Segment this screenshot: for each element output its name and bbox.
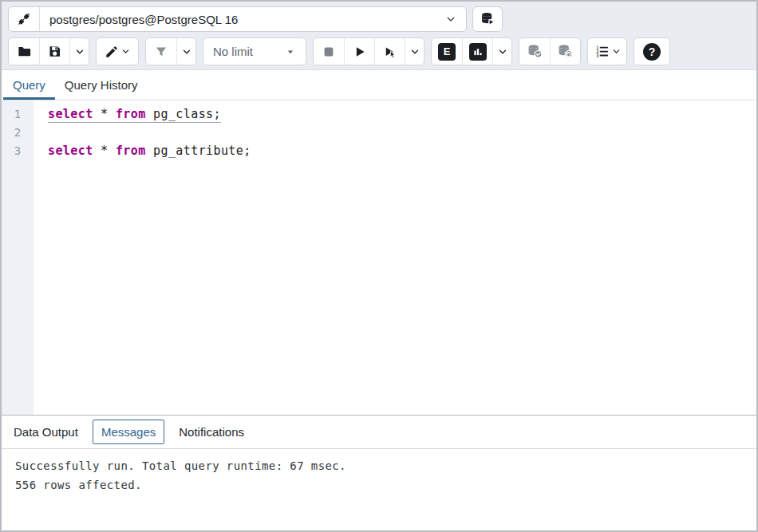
stop-icon <box>322 45 336 59</box>
connection-status-button[interactable] <box>9 7 40 31</box>
filter-button-group <box>145 37 196 65</box>
sql-text: pg_attribute; <box>146 144 251 158</box>
tab-query-label: Query <box>13 78 45 92</box>
plug-connected-icon <box>16 11 32 27</box>
macros-menu-button[interactable]: 1 2 3 <box>588 38 626 65</box>
sql-editor[interactable]: 123 select * from pg_class;select * from… <box>2 100 756 415</box>
filter-options-dropdown-button[interactable] <box>176 38 195 65</box>
editor-lines[interactable]: select * from pg_class;select * from pg_… <box>34 100 756 415</box>
database-rollback-icon <box>557 43 574 60</box>
save-options-dropdown-button[interactable] <box>69 38 89 65</box>
sql-text: pg_class; <box>146 107 221 121</box>
rollback-button[interactable] <box>550 38 580 65</box>
tab-query-history-label: Query History <box>65 78 138 92</box>
toolbar: No limit <box>2 32 756 69</box>
edit-menu-button[interactable] <box>97 38 138 65</box>
stop-button[interactable] <box>314 38 344 65</box>
message-line: 556 rows affected. <box>15 475 756 495</box>
execute-options-dropdown-button[interactable] <box>405 38 424 65</box>
line-number: 2 <box>2 124 34 142</box>
output-tabstrip: Data Output Messages Notifications <box>2 415 756 448</box>
tab-messages-label: Messages <box>101 425 156 439</box>
database-new-connection-icon <box>480 11 495 27</box>
play-icon <box>353 45 367 59</box>
svg-text:3: 3 <box>595 53 598 58</box>
chevron-down-icon <box>498 47 507 57</box>
database-commit-icon <box>527 43 543 60</box>
explain-e-icon: E <box>438 43 456 61</box>
save-floppy-icon <box>47 44 62 59</box>
caret-down-icon <box>285 46 296 57</box>
execute-button[interactable] <box>344 38 374 65</box>
open-file-button[interactable] <box>9 38 39 65</box>
help-button-group: ? <box>634 37 670 65</box>
messages-panel: Successfully run. Total query runtime: 6… <box>2 448 756 530</box>
filter-button[interactable] <box>146 38 176 65</box>
commit-button[interactable] <box>519 38 550 65</box>
explain-options-dropdown-button[interactable] <box>492 38 511 65</box>
save-button[interactable] <box>39 38 69 65</box>
chevron-down-icon <box>182 47 191 57</box>
play-with-cursor-icon <box>383 45 397 59</box>
chevron-down-icon <box>445 14 456 25</box>
numbered-list-icon: 1 2 3 <box>594 44 610 59</box>
sql-keyword: from <box>116 144 146 158</box>
explain-analyze-chart-icon <box>469 43 487 61</box>
editor-gutter: 123 <box>2 100 34 415</box>
edit-button-group <box>96 37 139 65</box>
new-connection-button[interactable] <box>472 6 503 32</box>
sql-keyword: select <box>48 107 93 121</box>
explain-button-group: E <box>431 37 512 65</box>
sql-text: * <box>93 144 116 158</box>
editor-tabstrip: Query Query History <box>2 69 756 100</box>
sql-keyword: select <box>48 144 93 158</box>
connection-select-value: postgres/postgres@PostgreSQL 16 <box>49 13 238 26</box>
help-question-icon: ? <box>643 43 661 61</box>
message-line: Successfully run. Total query runtime: 6… <box>15 456 756 475</box>
pencil-icon <box>105 45 119 59</box>
sql-text: * <box>93 107 116 121</box>
execute-button-group <box>313 37 424 65</box>
line-number: 1 <box>2 105 34 124</box>
folder-icon <box>17 44 32 59</box>
tab-data-output-label: Data Output <box>14 425 78 439</box>
filter-funnel-icon <box>154 45 168 59</box>
chevron-down-icon <box>612 47 621 56</box>
file-button-group <box>8 37 89 65</box>
chevron-down-icon <box>75 47 85 57</box>
row-limit-value: No limit <box>213 45 253 58</box>
connection-bar: postgres/postgres@PostgreSQL 16 <box>2 2 756 32</box>
sql-keyword: from <box>116 107 146 121</box>
code-line[interactable]: select * from pg_attribute; <box>48 142 756 160</box>
query-tool-window: postgres/postgres@PostgreSQL 16 <box>0 0 758 532</box>
tab-notifications[interactable]: Notifications <box>170 420 253 444</box>
explain-button[interactable]: E <box>432 38 462 65</box>
macro-button-group: 1 2 3 <box>587 37 627 65</box>
transaction-button-group <box>519 37 581 65</box>
help-button[interactable]: ? <box>634 38 669 65</box>
code-line[interactable]: select * from pg_class; <box>48 105 756 124</box>
chevron-down-icon <box>121 47 130 56</box>
connection-widget: postgres/postgres@PostgreSQL 16 <box>8 6 467 32</box>
executed-query-underline: select * from pg_class; <box>48 107 221 123</box>
line-number: 3 <box>2 142 34 160</box>
row-limit-select[interactable]: No limit <box>203 37 306 65</box>
tab-query[interactable]: Query <box>3 70 55 100</box>
chevron-down-icon <box>410 47 420 57</box>
tab-query-history[interactable]: Query History <box>55 70 148 100</box>
tab-notifications-label: Notifications <box>179 425 244 439</box>
tab-messages[interactable]: Messages <box>93 420 164 444</box>
explain-analyze-button[interactable] <box>462 38 492 65</box>
tab-data-output[interactable]: Data Output <box>5 420 87 444</box>
connection-select[interactable]: postgres/postgres@PostgreSQL 16 <box>40 13 466 26</box>
execute-to-cursor-button[interactable] <box>374 38 405 65</box>
code-line[interactable] <box>48 124 756 142</box>
